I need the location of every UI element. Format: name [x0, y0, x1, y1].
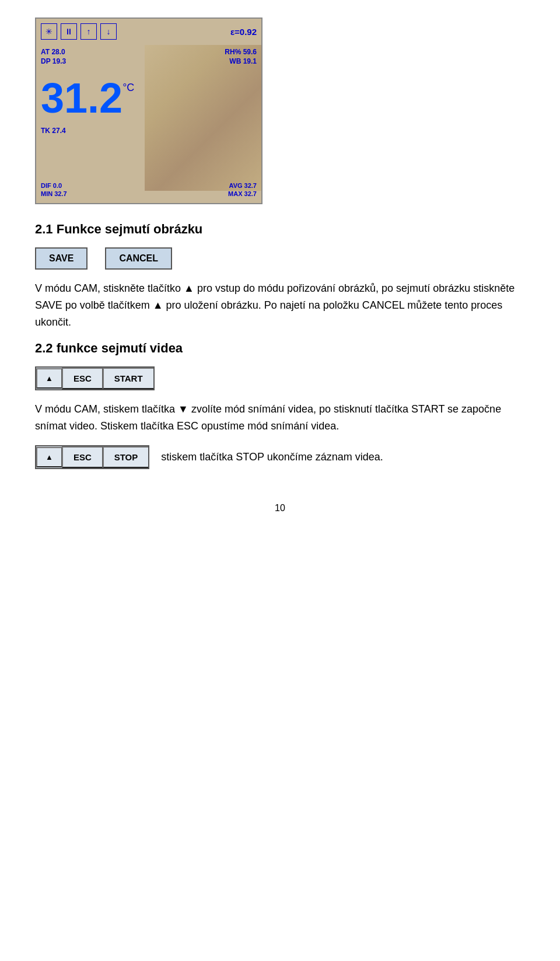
max-label: MAX 32.7: [228, 190, 257, 197]
start-btn[interactable]: START: [103, 368, 153, 389]
video-controls-stop-row: ▲ ESC STOP stiskem tlačítka STOP ukončím…: [35, 445, 383, 469]
page-number: 10: [35, 503, 525, 513]
bottom-data: DIF 0.0 AVG 32.7 MIN 32.7 MAX 32.7: [41, 182, 257, 198]
snowflake-icon: ✳: [41, 23, 57, 40]
section1-heading: 2.1 Funkce sejmutí obrázku: [35, 222, 202, 237]
vc-outer-1: ▲ ESC START: [35, 366, 155, 390]
arrow-up-btn-2[interactable]: ▲: [36, 447, 62, 467]
section2-heading: 2.2 funkce sejmutí videa: [35, 341, 183, 356]
arrow-up-btn-1[interactable]: ▲: [36, 368, 62, 389]
at-label: AT 28.0: [41, 48, 65, 56]
bottom-row-dif: DIF 0.0 AVG 32.7: [41, 182, 257, 189]
dp-label: DP 19.3: [41, 57, 66, 65]
epsilon-label: ε=0.92: [230, 27, 257, 37]
video-controls-1: ▲ ESC START: [35, 366, 155, 390]
data-row-dp: DP 19.3 WB 19.1: [41, 57, 257, 65]
esc-btn-1[interactable]: ESC: [62, 368, 103, 389]
avg-label: AVG 32.7: [229, 182, 257, 189]
dif-label: DIF 0.0: [41, 182, 62, 189]
page-content: ✳ ⏸ ↑ ↓ ε=0.92 AT 28.0 RH% 59.6 DP 19.3 …: [35, 18, 525, 513]
temp-display: 31.2 °C: [41, 77, 134, 119]
pause-icon: ⏸: [61, 23, 77, 40]
save-button[interactable]: SAVE: [35, 247, 88, 270]
data-row-at: AT 28.0 RH% 59.6: [41, 48, 257, 56]
temp-value: 31.2: [41, 77, 123, 119]
rh-label: RH% 59.6: [225, 48, 257, 56]
save-cancel-group: SAVE CANCEL: [35, 247, 172, 270]
wb-label: WB 19.1: [229, 57, 257, 65]
cancel-button[interactable]: CANCEL: [105, 247, 172, 270]
tk-label: TK 27.4: [41, 127, 66, 135]
vc-outer-2: ▲ ESC STOP: [35, 445, 149, 469]
stop-paragraph: stiskem tlačítka STOP ukončíme záznam vi…: [161, 449, 383, 466]
section1-paragraph: V módu CAM, stiskněte tlačítko ▲ pro vst…: [35, 280, 525, 330]
photo-area: [145, 45, 261, 191]
device-screen: ✳ ⏸ ↑ ↓ ε=0.92 AT 28.0 RH% 59.6 DP 19.3 …: [35, 18, 262, 204]
down-icon: ↓: [100, 23, 117, 40]
section2-paragraph1: V módu CAM, stiskem tlačítka ▼ zvolíte m…: [35, 401, 525, 435]
icon-group: ✳ ⏸ ↑ ↓: [41, 23, 117, 40]
min-label: MIN 32.7: [41, 190, 67, 197]
data-rows: AT 28.0 RH% 59.6 DP 19.3 WB 19.1: [41, 48, 257, 67]
temp-unit: °C: [123, 82, 134, 94]
esc-btn-2[interactable]: ESC: [62, 446, 103, 468]
bottom-row-min: MIN 32.7 MAX 32.7: [41, 190, 257, 197]
stop-btn[interactable]: STOP: [103, 446, 149, 468]
up-icon: ↑: [80, 23, 97, 40]
top-bar: ✳ ⏸ ↑ ↓ ε=0.92: [41, 23, 257, 40]
